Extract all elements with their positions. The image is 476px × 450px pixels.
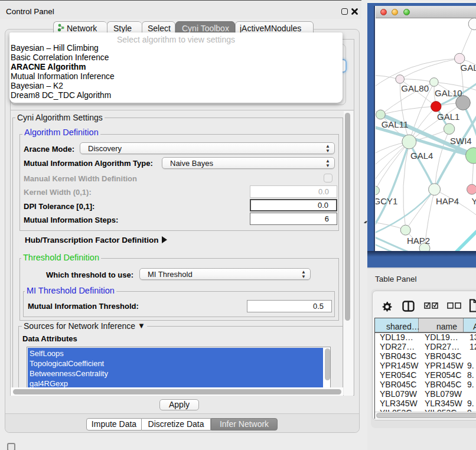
svg-text:Y: Y <box>471 196 476 206</box>
svg-text:GAL10: GAL10 <box>435 88 462 98</box>
svg-text:HAP2: HAP2 <box>407 236 430 246</box>
svg-text:GAL80: GAL80 <box>401 83 429 93</box>
svg-text:GAL: GAL <box>461 63 476 73</box>
svg-text:HAP4: HAP4 <box>436 196 459 206</box>
svg-text:GAL4: GAL4 <box>410 151 433 161</box>
svg-text:SWI4: SWI4 <box>450 136 472 146</box>
svg-text:GAL1: GAL1 <box>437 112 459 122</box>
svg-text:GCY1: GCY1 <box>376 196 397 206</box>
svg-text:GAL11: GAL11 <box>382 119 409 129</box>
